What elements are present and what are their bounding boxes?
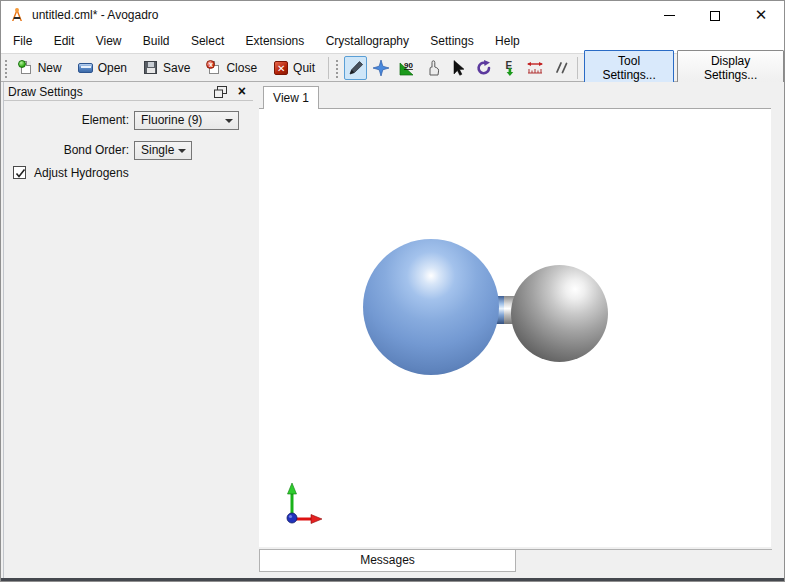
tools-grip[interactable] xyxy=(334,58,340,78)
bond-order-label: Bond Order: xyxy=(1,141,129,159)
pencil-icon xyxy=(347,59,365,77)
hydrogen-atom[interactable] xyxy=(511,265,608,362)
close-icon: ✕ xyxy=(755,6,768,23)
new-document-icon xyxy=(18,60,34,76)
element-label: Element: xyxy=(1,111,129,129)
menu-crystallography[interactable]: Crystallography xyxy=(317,29,418,53)
messages-tab-line xyxy=(515,549,772,550)
navigate-tool-button[interactable] xyxy=(369,56,393,80)
adjust-hydrogens-checkbox[interactable] xyxy=(13,166,26,179)
bond-centric-tool-button[interactable]: 90 xyxy=(395,56,419,80)
content-area: Draw Settings × Element: Fluorine (9) Bo… xyxy=(1,82,784,578)
draw-tool-button[interactable] xyxy=(344,56,368,80)
molecule-canvas[interactable] xyxy=(259,108,771,547)
toolbar-grip[interactable] xyxy=(3,58,9,78)
avogadro-window: untitled.cml* - Avogadro ✕ File Edit Vie… xyxy=(0,0,785,582)
measure-tool-button[interactable] xyxy=(524,56,548,80)
dock-float-icon[interactable] xyxy=(214,86,227,98)
checkmark-icon xyxy=(15,168,26,179)
new-button[interactable]: New xyxy=(12,57,68,79)
minimize-button[interactable] xyxy=(646,1,692,29)
view-tab[interactable]: View 1 xyxy=(263,86,319,109)
navigate-star-icon xyxy=(372,59,390,77)
dock-title: Draw Settings xyxy=(8,83,83,101)
quit-icon: ✕ xyxy=(273,60,289,76)
rotate-arrow-icon xyxy=(475,59,493,77)
menu-view[interactable]: View xyxy=(87,29,131,53)
measure-ruler-icon xyxy=(526,59,544,77)
auto-optimize-tool-button[interactable]: E xyxy=(498,56,522,80)
open-file-icon xyxy=(78,60,94,76)
window-bottom-edge xyxy=(1,578,784,582)
title-bar: untitled.cml* - Avogadro ✕ xyxy=(1,1,784,29)
menu-edit[interactable]: Edit xyxy=(45,29,84,53)
maximize-button[interactable] xyxy=(692,1,738,29)
quit-button[interactable]: ✕ Quit xyxy=(267,57,321,79)
adjust-hydrogens-label: Adjust Hydrogens xyxy=(34,166,129,180)
open-button[interactable]: Open xyxy=(72,57,133,79)
avogadro-logo-icon xyxy=(9,7,25,23)
menu-build[interactable]: Build xyxy=(134,29,179,53)
save-floppy-icon xyxy=(143,60,159,76)
close-file-button[interactable]: x Close xyxy=(200,57,263,79)
align-marks-icon xyxy=(552,59,570,77)
close-document-icon: x xyxy=(206,60,222,76)
maximize-icon xyxy=(710,11,720,21)
auto-rotate-tool-button[interactable] xyxy=(472,56,496,80)
svg-text:90: 90 xyxy=(404,61,413,70)
toolbar: New Open Save x Close ✕ Quit xyxy=(1,55,784,82)
dock-close-icon[interactable]: × xyxy=(238,83,246,100)
display-settings-button[interactable]: Display Settings... xyxy=(677,50,784,86)
optimize-energy-icon: E xyxy=(501,59,519,77)
menu-select[interactable]: Select xyxy=(182,29,233,53)
messages-tab[interactable]: Messages xyxy=(259,549,516,572)
tool-settings-button[interactable]: Tool Settings... xyxy=(584,50,674,86)
hand-icon xyxy=(424,59,442,77)
chevron-down-icon xyxy=(178,149,186,153)
menu-help[interactable]: Help xyxy=(486,29,529,53)
chevron-down-icon xyxy=(225,119,233,123)
save-button[interactable]: Save xyxy=(137,57,196,79)
angle-90-icon: 90 xyxy=(398,59,416,77)
window-title: untitled.cml* - Avogadro xyxy=(32,1,159,29)
selection-tool-button[interactable] xyxy=(447,56,471,80)
minimize-icon xyxy=(664,15,675,16)
draw-settings-dock: Draw Settings × Element: Fluorine (9) Bo… xyxy=(1,82,253,578)
toolbar-separator-2 xyxy=(577,57,578,79)
main-view-area: View 1 xyxy=(253,82,784,578)
dock-title-bar[interactable]: Draw Settings × xyxy=(4,83,253,101)
menu-settings[interactable]: Settings xyxy=(421,29,482,53)
bond-order-dropdown[interactable]: Single xyxy=(134,141,192,160)
axes-indicator xyxy=(281,481,323,527)
close-window-button[interactable]: ✕ xyxy=(738,1,784,29)
element-dropdown[interactable]: Fluorine (9) xyxy=(134,111,239,130)
toolbar-separator xyxy=(328,57,329,79)
manipulate-tool-button[interactable] xyxy=(421,56,445,80)
menu-extensions[interactable]: Extensions xyxy=(237,29,314,53)
cursor-arrow-icon xyxy=(449,59,467,77)
align-tool-button[interactable] xyxy=(549,56,573,80)
menu-file[interactable]: File xyxy=(4,29,41,53)
fluorine-atom[interactable] xyxy=(363,239,499,375)
